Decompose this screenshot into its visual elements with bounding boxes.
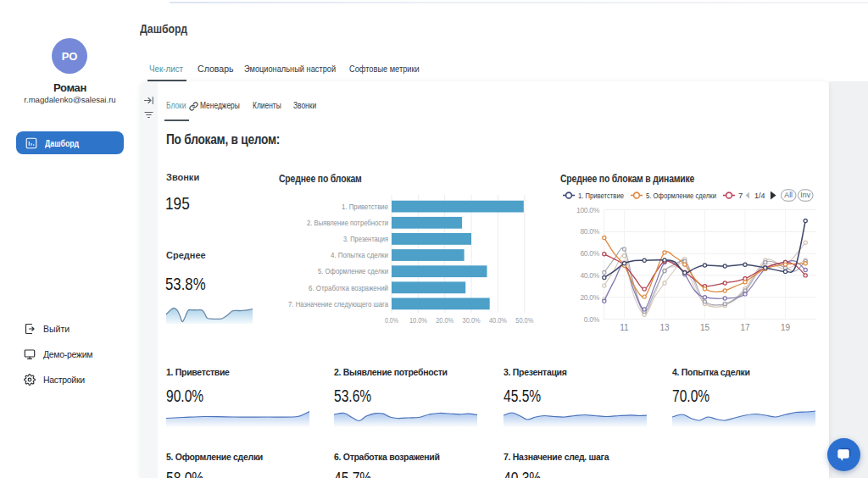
svg-text:7. Назначение следующего шага: 7. Назначение следующего шага [288,299,389,308]
svg-text:3. Презентация: 3. Презентация [343,234,388,243]
svg-text:20.0%: 20.0% [580,293,599,302]
svg-text:1. Приветствие: 1. Приветствие [342,202,388,211]
svg-text:13: 13 [659,323,670,332]
svg-text:80.0%: 80.0% [580,227,599,236]
svg-text:10.0%: 10.0% [409,316,427,325]
svg-text:0.0%: 0.0% [584,315,600,324]
svg-text:60.0%: 60.0% [580,249,599,258]
svg-text:20.0%: 20.0% [436,316,453,325]
svg-text:1/4: 1/4 [754,192,765,200]
svg-text:All: All [784,191,793,199]
svg-text:11: 11 [620,323,629,332]
svg-text:15: 15 [700,323,710,332]
svg-text:4. Попытка сделки: 4. Попытка сделки [331,250,388,259]
svg-text:0.0%: 0.0% [385,316,398,325]
svg-text:50.0%: 50.0% [515,316,533,325]
svg-text:2. Выявление потребности: 2. Выявление потребности [307,218,388,227]
svg-text:17: 17 [740,323,750,332]
svg-text:5. Оформление сделки: 5. Оформление сделки [646,191,716,200]
svg-text:40.0%: 40.0% [580,271,599,280]
svg-text:7: 7 [738,191,743,200]
svg-text:Inv: Inv [800,191,810,199]
svg-text:5. Оформление сделки: 5. Оформление сделки [318,266,388,275]
svg-text:100.0%: 100.0% [576,206,600,214]
svg-text:40.0%: 40.0% [489,316,507,325]
svg-text:6. Отработка возражений: 6. Отработка возражений [309,283,388,292]
svg-text:30.0%: 30.0% [463,316,481,325]
svg-text:1. Приветствие: 1. Приветствие [578,191,624,200]
svg-text:19: 19 [781,323,791,332]
